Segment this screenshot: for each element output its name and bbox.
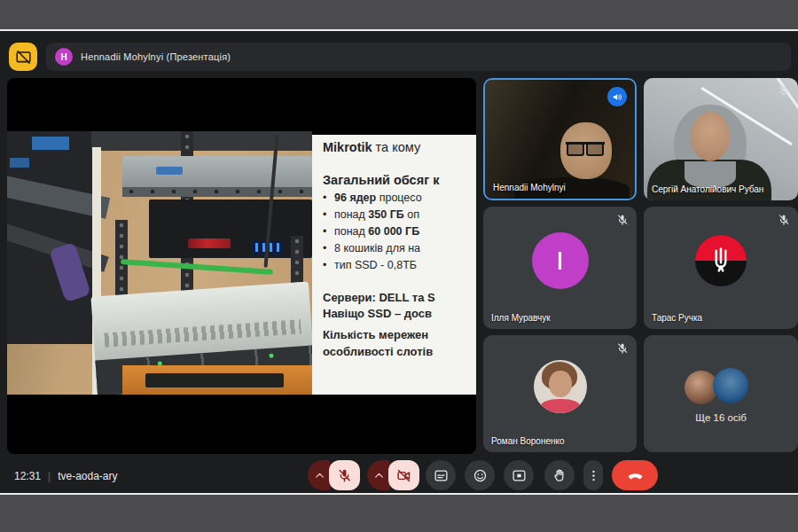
participant-tile[interactable]: Сергій Анатолійович Рубан bbox=[644, 78, 798, 200]
slide-bullet: •96 ядер процесо bbox=[323, 192, 476, 204]
ups-unit bbox=[149, 200, 312, 258]
participant-name: Тарас Ручка bbox=[652, 313, 702, 323]
participant-name: Роман Вороненко bbox=[491, 436, 565, 446]
reactions-icon bbox=[473, 468, 488, 483]
mic-mute-button[interactable] bbox=[329, 460, 360, 490]
participant-name: Сергій Анатолійович Рубан bbox=[652, 184, 763, 194]
slide-footer-line: Навіщо SSD – досв bbox=[323, 307, 476, 320]
mic-off-icon bbox=[778, 85, 790, 98]
mic-off-icon bbox=[616, 342, 629, 355]
more-options-icon bbox=[586, 468, 601, 483]
trident-icon bbox=[706, 243, 736, 278]
present-screen-button[interactable] bbox=[504, 460, 534, 490]
participant-name: Hennadii Mohylnyi bbox=[493, 183, 566, 192]
avatar: I bbox=[532, 232, 589, 289]
avatar bbox=[695, 235, 747, 286]
meeting-code: tve-aoda-ary bbox=[58, 470, 117, 482]
raise-hand-button[interactable] bbox=[544, 460, 575, 490]
avatar-letter: I bbox=[556, 246, 563, 276]
time-and-code: 12:31 | tve-aoda-ary bbox=[14, 470, 118, 482]
reactions-button[interactable] bbox=[465, 460, 495, 490]
camera-options-button[interactable] bbox=[367, 460, 390, 490]
rack-dark-equipment bbox=[7, 131, 96, 344]
meet-window: H Hennadii Mohylnyi (Презентація) bbox=[0, 31, 798, 493]
slide-footer-line: Кількість мережен bbox=[323, 328, 476, 341]
slide-footer-line: особливості слотів bbox=[323, 345, 476, 358]
avatar bbox=[534, 360, 587, 413]
camera-off-button[interactable] bbox=[388, 460, 419, 490]
speaker-on-badge bbox=[607, 87, 627, 106]
captions-button[interactable] bbox=[426, 460, 456, 490]
camera-off-icon bbox=[396, 468, 411, 483]
present-screen-icon bbox=[512, 468, 527, 483]
presenter-avatar: H bbox=[55, 48, 73, 66]
participant-tile-active-speaker[interactable]: Hennadii Mohylnyi bbox=[483, 78, 637, 200]
slide-bullet: •понад 350 ГБ оп bbox=[323, 208, 476, 221]
clock-time: 12:31 bbox=[14, 470, 41, 482]
avatar bbox=[713, 368, 748, 403]
webcam-video bbox=[644, 78, 798, 200]
divider: | bbox=[48, 470, 51, 482]
slide-bullet: •тип SSD - 0,8ТБ bbox=[323, 259, 476, 271]
end-call-button[interactable] bbox=[612, 460, 658, 490]
presenter-banner: H Hennadii Mohylnyi (Презентація) bbox=[46, 43, 791, 71]
server-rack-photo bbox=[7, 131, 312, 395]
overflow-participants-tile[interactable]: Ще 16 осіб bbox=[644, 335, 798, 452]
shared-screen-stage[interactable]: Mikrotik та кому Загальний обсяг к •96 я… bbox=[7, 78, 476, 454]
chevron-up-icon bbox=[314, 470, 325, 481]
green-cable bbox=[121, 259, 273, 275]
participant-tile[interactable]: Роман Вороненко bbox=[483, 335, 637, 452]
slide-content: Mikrotik та кому Загальний обсяг к •96 я… bbox=[312, 135, 476, 395]
speaker-on-icon bbox=[612, 91, 623, 103]
participant-tile[interactable]: I Ілля Муравчук bbox=[483, 207, 637, 329]
participant-name: Ілля Муравчук bbox=[491, 313, 551, 323]
overflow-count-label: Ще 16 осіб bbox=[644, 412, 798, 423]
captions-icon bbox=[434, 468, 449, 483]
presenter-label: Hennadii Mohylnyi (Презентація) bbox=[81, 51, 231, 62]
meet-app: H Hennadii Mohylnyi (Презентація) bbox=[0, 0, 798, 532]
end-call-icon bbox=[626, 466, 645, 485]
more-options-button[interactable] bbox=[583, 460, 603, 490]
mic-options-button[interactable] bbox=[308, 460, 331, 490]
slide-heading: Загальний обсяг к bbox=[323, 173, 476, 187]
slide-bullet: •понад 60 000 ГБ bbox=[323, 225, 476, 238]
slide-footer-line: Сервери: DELL та S bbox=[323, 291, 476, 304]
presentation-paused-button[interactable] bbox=[9, 43, 37, 71]
orange-stand bbox=[122, 365, 312, 395]
dell-server bbox=[122, 156, 312, 197]
mic-off-icon bbox=[778, 214, 790, 226]
presenter-avatar-letter: H bbox=[60, 52, 66, 62]
chevron-up-icon bbox=[373, 470, 385, 481]
mic-off-icon bbox=[616, 214, 629, 226]
presentation-paused-icon bbox=[15, 49, 32, 66]
raise-hand-icon bbox=[552, 468, 567, 483]
slide-bullet: •8 кошиків для на bbox=[323, 242, 476, 254]
participant-tile[interactable]: Тарас Ручка bbox=[644, 207, 798, 329]
window-bottom-edge bbox=[0, 493, 798, 495]
mic-off-icon bbox=[337, 468, 352, 483]
